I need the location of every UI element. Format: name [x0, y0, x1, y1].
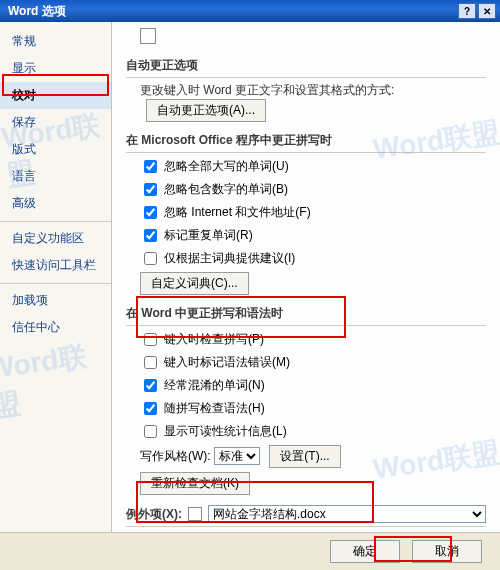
close-button[interactable]: ✕ — [478, 3, 496, 19]
sidebar-item-general[interactable]: 常规 — [0, 28, 111, 55]
flag-repeat-checkbox[interactable]: 标记重复单词(R) — [140, 226, 253, 245]
document-icon — [188, 507, 202, 521]
window-buttons: ? ✕ — [458, 3, 496, 19]
cancel-button[interactable]: 取消 — [412, 540, 482, 563]
check-spell-as-type-checkbox[interactable]: 键入时检查拼写(P) — [140, 330, 264, 349]
writing-style-select[interactable]: 标准 — [214, 447, 260, 465]
heading-icon-row — [126, 28, 486, 47]
ignore-numbers-checkbox[interactable]: 忽略包含数字的单词(B) — [140, 180, 288, 199]
proofing-icon — [140, 28, 156, 44]
watermark: Word联盟 — [0, 334, 116, 426]
sidebar-item-customize-ribbon[interactable]: 自定义功能区 — [0, 221, 111, 252]
autocorrect-hint: 更改键入时 Word 更正文字和设置其格式的方式: — [140, 83, 394, 97]
writing-style-row: 写作风格(W): 标准 设置(T)... — [126, 445, 486, 468]
sidebar-item-proofing[interactable]: 校对 — [0, 82, 111, 109]
sidebar-item-trust[interactable]: 信任中心 — [0, 314, 111, 341]
content-pane: Word联盟 Word联盟 自动更正选项 更改键入时 Word 更正文字和设置其… — [112, 22, 500, 570]
ignore-internet-checkbox[interactable]: 忽略 Internet 和文件地址(F) — [140, 203, 311, 222]
main-dict-only-checkbox[interactable]: 仅根据主词典提供建议(I) — [140, 249, 295, 268]
section-exceptions-title: 例外项(X): 网站金字塔结构.docx — [126, 505, 486, 527]
recheck-document-button[interactable]: 重新检查文档(K) — [140, 472, 250, 495]
help-button[interactable]: ? — [458, 3, 476, 19]
sidebar-item-save[interactable]: 保存 — [0, 109, 111, 136]
sidebar-item-addins[interactable]: 加载项 — [0, 283, 111, 314]
sidebar-item-quickaccess[interactable]: 快速访问工具栏 — [0, 252, 111, 279]
window-title: Word 选项 — [8, 3, 458, 20]
mark-grammar-as-type-checkbox[interactable]: 键入时标记语法错误(M) — [140, 353, 290, 372]
sidebar-item-display[interactable]: 显示 — [0, 55, 111, 82]
autocorrect-options-button[interactable]: 自动更正选项(A)... — [146, 99, 266, 122]
sidebar-list: 常规 显示 校对 保存 版式 语言 高级 自定义功能区 快速访问工具栏 加载项 … — [0, 28, 111, 341]
footer: 确定 取消 — [0, 532, 500, 570]
titlebar: Word 选项 ? ✕ — [0, 0, 500, 22]
section-autocorrect-title: 自动更正选项 — [126, 57, 486, 78]
exceptions-doc-select[interactable]: 网站金字塔结构.docx — [208, 505, 486, 523]
main: Word联盟 Word联盟 常规 显示 校对 保存 版式 语言 高级 自定义功能… — [0, 22, 500, 570]
show-readability-checkbox[interactable]: 显示可读性统计信息(L) — [140, 422, 287, 441]
sidebar-item-advanced[interactable]: 高级 — [0, 190, 111, 217]
ignore-uppercase-checkbox[interactable]: 忽略全部大写的单词(U) — [140, 157, 289, 176]
check-grammar-with-spell-checkbox[interactable]: 随拼写检查语法(H) — [140, 399, 265, 418]
sidebar-item-layout[interactable]: 版式 — [0, 136, 111, 163]
ok-button[interactable]: 确定 — [330, 540, 400, 563]
sidebar: Word联盟 Word联盟 常规 显示 校对 保存 版式 语言 高级 自定义功能… — [0, 22, 112, 570]
writing-style-settings-button[interactable]: 设置(T)... — [269, 445, 340, 468]
sidebar-item-language[interactable]: 语言 — [0, 163, 111, 190]
section-office-spell-title: 在 Microsoft Office 程序中更正拼写时 — [126, 132, 486, 153]
autocorrect-row: 更改键入时 Word 更正文字和设置其格式的方式: 自动更正选项(A)... — [126, 82, 486, 122]
freq-confused-checkbox[interactable]: 经常混淆的单词(N) — [140, 376, 265, 395]
custom-dictionaries-button[interactable]: 自定义词典(C)... — [140, 272, 249, 295]
writing-style-label: 写作风格(W): — [140, 449, 211, 463]
section-word-spell-title: 在 Word 中更正拼写和语法时 — [126, 305, 486, 326]
